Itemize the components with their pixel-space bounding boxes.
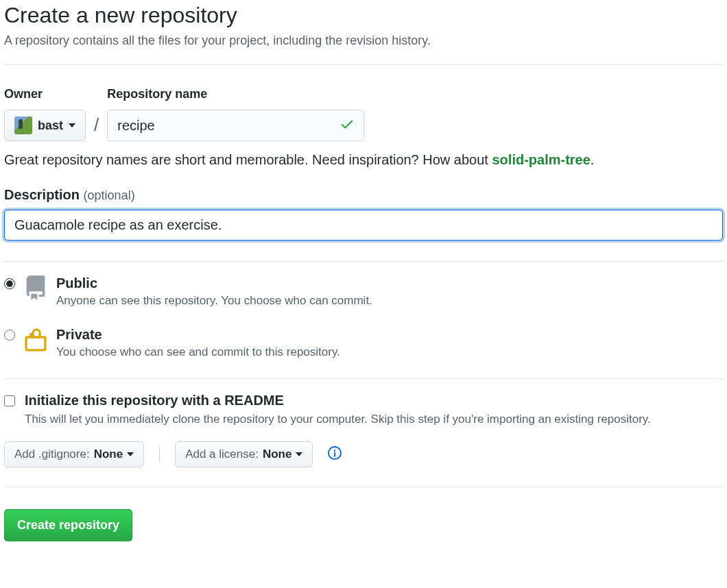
owner-select-button[interactable]: bast [4,110,86,141]
description-label: Description [4,187,80,202]
suggestion-link[interactable]: solid-palm-tree [492,152,590,167]
owner-label: Owner [4,87,86,101]
visibility-public-radio[interactable] [4,278,15,289]
name-hint: Great repository names are short and mem… [4,152,723,168]
init-readme-title: Initialize this repository with a README [25,393,651,408]
description-input[interactable] [4,210,723,241]
caret-down-icon [296,452,302,456]
visibility-private-title: Private [56,327,340,343]
visibility-private-radio[interactable] [4,330,15,341]
caret-down-icon [127,452,134,456]
caret-down-icon [69,123,75,127]
description-optional: (optional) [84,188,135,202]
page-title: Create a new repository [4,3,723,28]
init-readme-desc: This will let you immediately clone the … [25,413,651,426]
check-icon [339,117,355,134]
vertical-separator [159,446,160,463]
visibility-public-title: Public [56,275,372,291]
page-subtitle: A repository contains all the files for … [4,34,723,48]
repo-public-icon [23,275,48,306]
repo-name-label: Repository name [107,87,364,101]
owner-username: bast [38,119,63,133]
divider [4,487,723,487]
divider [4,378,723,379]
avatar [14,117,32,134]
divider [4,261,723,262]
divider [4,64,723,65]
create-repository-button[interactable]: Create repository [4,509,132,541]
visibility-private-desc: You choose who can see and commit to thi… [56,345,340,359]
info-icon[interactable] [328,446,342,463]
init-readme-checkbox[interactable] [4,395,15,406]
repo-name-input[interactable] [107,110,364,141]
repo-private-icon [23,327,48,357]
slash-separator: / [94,114,99,141]
license-select-button[interactable]: Add a license: None [175,441,313,467]
gitignore-select-button[interactable]: Add .gitignore: None [4,441,144,467]
visibility-public-desc: Anyone can see this repository. You choo… [56,294,372,308]
